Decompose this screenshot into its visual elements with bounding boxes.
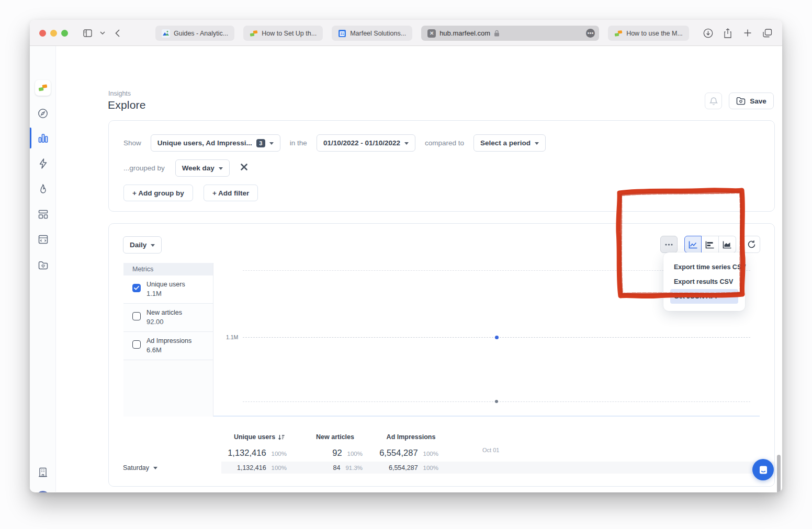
downloads-icon[interactable] bbox=[702, 27, 714, 39]
sidebar-item-insights[interactable] bbox=[30, 129, 56, 147]
metrics-select-value: Unique users, Ad Impressi... bbox=[157, 139, 252, 147]
metrics-select[interactable]: Unique users, Ad Impressi... 3 bbox=[151, 134, 280, 152]
compared-to-label: compared to bbox=[425, 139, 464, 147]
area-chart-type-button[interactable] bbox=[719, 236, 736, 253]
bell-icon bbox=[709, 97, 718, 106]
metrics-panel-header: Metrics bbox=[123, 263, 213, 275]
browser-code-icon bbox=[38, 235, 48, 244]
area-chart-icon bbox=[723, 240, 732, 249]
minimize-window-button[interactable] bbox=[50, 30, 57, 37]
metric-name: Unique users bbox=[146, 281, 213, 288]
total-unique-users: 1,132,416 bbox=[228, 448, 266, 458]
total-ad-impressions-pct: 100% bbox=[423, 451, 438, 457]
metric-value: 92.00 bbox=[146, 318, 213, 326]
date-range-select[interactable]: 01/10/2022 - 01/10/2022 bbox=[317, 134, 415, 152]
menu-item-get-json-api[interactable]: Get JSON API bbox=[670, 289, 738, 304]
column-label: New articles bbox=[316, 433, 354, 441]
column-header-unique-users[interactable]: Unique users bbox=[221, 433, 297, 441]
more-options-button[interactable] bbox=[660, 236, 678, 253]
metric-row-new-articles[interactable]: New articles 92.00 bbox=[123, 304, 213, 332]
sidebar-item-dashboards[interactable] bbox=[30, 205, 56, 223]
new-tab-icon[interactable] bbox=[741, 27, 754, 39]
caret-down-icon bbox=[269, 142, 274, 145]
total-new-articles-pct: 100% bbox=[347, 451, 363, 457]
tab-label: Marfeel Solutions... bbox=[350, 30, 406, 37]
checkbox-checked-icon[interactable] bbox=[132, 284, 141, 292]
sidebar-item-trending[interactable] bbox=[30, 180, 56, 198]
lightning-icon bbox=[39, 158, 48, 169]
tab-overview-icon[interactable] bbox=[761, 27, 774, 39]
sidebar-item-collections[interactable] bbox=[30, 256, 56, 274]
metric-value: 6.6M bbox=[146, 346, 213, 354]
row-label-text: Saturday bbox=[123, 464, 149, 472]
zoom-window-button[interactable] bbox=[61, 30, 68, 37]
column-label: Unique users bbox=[234, 433, 275, 441]
breadcrumb: Insights bbox=[108, 90, 131, 97]
flame-icon bbox=[38, 183, 48, 194]
data-point-unique-users[interactable] bbox=[495, 336, 499, 339]
sidebar-item-home[interactable] bbox=[30, 79, 56, 97]
menu-item-export-time-series-csv[interactable]: Export time series CSV bbox=[670, 260, 738, 274]
data-point-new-articles[interactable] bbox=[495, 400, 498, 403]
chevron-down-icon[interactable] bbox=[96, 27, 109, 39]
table-row-saturday[interactable]: Saturday 1,132,416100% 8491.3% 6,554,287… bbox=[109, 462, 774, 474]
scrollbar-thumb[interactable] bbox=[777, 455, 781, 492]
refresh-button[interactable] bbox=[743, 236, 760, 253]
chat-launcher-button[interactable] bbox=[752, 459, 774, 480]
export-dropdown-menu: Export time series CSV Export results CS… bbox=[663, 252, 745, 311]
add-group-by-button[interactable]: + Add group by bbox=[123, 185, 193, 201]
folder-heart-icon bbox=[38, 261, 48, 270]
sidebar-item-automations[interactable] bbox=[30, 155, 56, 172]
remove-group-by-icon[interactable] bbox=[240, 163, 248, 173]
bar-chart-icon bbox=[38, 133, 48, 143]
line-chart-type-button[interactable] bbox=[684, 236, 702, 253]
horizontal-bar-chart-icon bbox=[705, 240, 715, 249]
tab-hub-marfeel-active[interactable]: ✕ hub.marfeel.com ••• bbox=[421, 26, 599, 41]
chart-toolbar bbox=[660, 236, 760, 253]
sidebar-item-organization[interactable] bbox=[30, 463, 56, 481]
close-tab-icon[interactable]: ✕ bbox=[427, 29, 436, 38]
avatar-initials: MM bbox=[36, 491, 50, 492]
notifications-button[interactable] bbox=[705, 93, 722, 109]
chrome-actions bbox=[702, 27, 774, 39]
add-filter-button[interactable]: + Add filter bbox=[204, 185, 258, 201]
compass-icon bbox=[38, 108, 48, 119]
user-avatar[interactable]: MM bbox=[30, 489, 56, 492]
column-header-ad-impressions[interactable]: Ad Impressions bbox=[373, 433, 449, 441]
add-group-by-label: + Add group by bbox=[132, 189, 184, 197]
metric-row-ad-impressions[interactable]: Ad Impressions 6.6M bbox=[123, 332, 213, 360]
back-button[interactable] bbox=[111, 27, 123, 39]
bar-chart-type-button[interactable] bbox=[702, 236, 719, 253]
tab-marfeel-solutions[interactable]: 31 Marfeel Solutions... bbox=[332, 26, 412, 41]
tab-how-to-set-up[interactable]: How to Set Up th... bbox=[243, 26, 323, 41]
row-label-saturday[interactable]: Saturday bbox=[109, 462, 221, 474]
group-by-select[interactable]: Week day bbox=[175, 159, 230, 177]
address-text: hub.marfeel.com bbox=[439, 29, 490, 37]
menu-item-export-results-csv[interactable]: Export results CSV bbox=[670, 274, 738, 289]
page-menu-icon[interactable]: ••• bbox=[586, 29, 595, 38]
granularity-select[interactable]: Daily bbox=[123, 236, 162, 254]
checkbox-unchecked-icon[interactable] bbox=[132, 340, 141, 349]
sidebar-item-site-code[interactable] bbox=[30, 231, 56, 248]
compare-period-select[interactable]: Select a period bbox=[473, 134, 546, 152]
group-by-value: Week day bbox=[182, 164, 215, 172]
desktop: Guides - Analytic... How to Set Up th...… bbox=[0, 0, 812, 529]
metric-row-unique-users[interactable]: Unique users 1.1M bbox=[123, 275, 213, 304]
sidebar-toggle-icon[interactable] bbox=[81, 27, 94, 39]
checkbox-unchecked-icon[interactable] bbox=[132, 312, 141, 320]
tab-label: How to Set Up th... bbox=[262, 30, 317, 37]
metrics-count-badge: 3 bbox=[256, 139, 265, 147]
cell-new-articles-pct: 91.3% bbox=[345, 465, 363, 471]
save-button[interactable]: Save bbox=[729, 93, 774, 109]
browser-window: Guides - Analytic... How to Set Up th...… bbox=[30, 20, 782, 492]
tab-strip: Guides - Analytic... How to Set Up th...… bbox=[155, 26, 689, 41]
column-header-new-articles[interactable]: New articles bbox=[297, 433, 373, 441]
tab-label: How to use the M... bbox=[626, 30, 683, 37]
share-icon[interactable] bbox=[721, 27, 734, 39]
tab-how-to-use[interactable]: How to use the M... bbox=[608, 26, 689, 41]
close-window-button[interactable] bbox=[39, 30, 46, 37]
save-label: Save bbox=[750, 97, 766, 105]
table-header-row: Unique users New articles Ad Impressions bbox=[109, 430, 774, 444]
sidebar-item-discover[interactable] bbox=[30, 105, 56, 122]
tab-guides[interactable]: Guides - Analytic... bbox=[155, 26, 234, 41]
